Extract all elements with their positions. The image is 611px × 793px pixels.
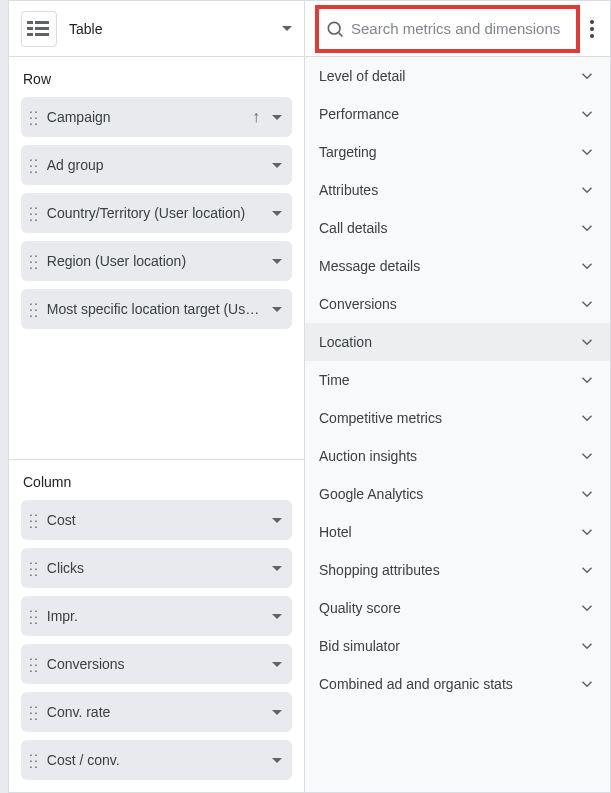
search-icon: [325, 19, 345, 39]
category-row[interactable]: Performance: [305, 95, 610, 133]
chart-type-label: Table: [69, 21, 282, 37]
chevron-down-icon: [578, 409, 596, 427]
caret-down-icon[interactable]: [272, 614, 282, 619]
caret-down-icon[interactable]: [272, 307, 282, 312]
row-chip[interactable]: ······Region (User location): [21, 241, 292, 281]
category-row[interactable]: Quality score: [305, 589, 610, 627]
chip-label: Cost / conv.: [47, 752, 264, 768]
chip-label: Country/Territory (User location): [47, 205, 264, 221]
drag-handle-icon[interactable]: ······: [29, 204, 39, 222]
category-row[interactable]: Competitive metrics: [305, 399, 610, 437]
caret-down-icon[interactable]: [272, 518, 282, 523]
caret-down-icon[interactable]: [272, 211, 282, 216]
category-row[interactable]: Bid simulator: [305, 627, 610, 665]
category-label: Shopping attributes: [319, 562, 440, 578]
search-input[interactable]: [351, 20, 570, 37]
drag-handle-icon[interactable]: ······: [29, 703, 39, 721]
category-label: Level of detail: [319, 68, 405, 84]
chip-label: Conv. rate: [47, 704, 264, 720]
chip-label: Region (User location): [47, 253, 264, 269]
chart-type-selector[interactable]: Table: [9, 1, 304, 57]
drag-handle-icon[interactable]: ······: [29, 607, 39, 625]
chevron-down-icon: [578, 219, 596, 237]
drag-handle-icon[interactable]: ······: [29, 751, 39, 769]
caret-down-icon[interactable]: [272, 115, 282, 120]
category-label: Location: [319, 334, 372, 350]
category-label: Auction insights: [319, 448, 417, 464]
chevron-down-icon: [578, 447, 596, 465]
column-chip[interactable]: ······Cost / conv.: [21, 740, 292, 780]
category-label: Performance: [319, 106, 399, 122]
drag-handle-icon[interactable]: ······: [29, 655, 39, 673]
category-row[interactable]: Combined ad and organic stats: [305, 665, 610, 703]
caret-down-icon: [282, 26, 292, 31]
caret-down-icon[interactable]: [272, 163, 282, 168]
column-chip[interactable]: ······Conversions: [21, 644, 292, 684]
category-row[interactable]: Google Analytics: [305, 475, 610, 513]
row-chip[interactable]: ······Country/Territory (User location): [21, 193, 292, 233]
category-label: Google Analytics: [319, 486, 423, 502]
caret-down-icon[interactable]: [272, 259, 282, 264]
column-chip[interactable]: ······Cost: [21, 500, 292, 540]
sort-ascending-icon[interactable]: ↑: [252, 108, 260, 126]
row-chip[interactable]: ······Most specific location target (Use…: [21, 289, 292, 329]
row-drop-area[interactable]: [9, 329, 304, 460]
category-row[interactable]: Level of detail: [305, 57, 610, 95]
chevron-down-icon: [578, 143, 596, 161]
drag-handle-icon[interactable]: ······: [29, 559, 39, 577]
category-label: Competitive metrics: [319, 410, 442, 426]
svg-line-1: [339, 32, 343, 36]
caret-down-icon[interactable]: [272, 710, 282, 715]
category-row[interactable]: Call details: [305, 209, 610, 247]
drag-handle-icon[interactable]: ······: [29, 252, 39, 270]
drag-handle-icon[interactable]: ······: [29, 511, 39, 529]
category-row[interactable]: Shopping attributes: [305, 551, 610, 589]
category-label: Bid simulator: [319, 638, 400, 654]
chevron-down-icon: [578, 523, 596, 541]
chevron-down-icon: [578, 485, 596, 503]
chevron-down-icon: [578, 637, 596, 655]
search-box-highlight: [315, 5, 580, 53]
caret-down-icon[interactable]: [272, 566, 282, 571]
left-gutter: [0, 0, 8, 793]
caret-down-icon[interactable]: [272, 662, 282, 667]
column-chip[interactable]: ······Clicks: [21, 548, 292, 588]
chevron-down-icon: [578, 257, 596, 275]
category-row[interactable]: Conversions: [305, 285, 610, 323]
category-row[interactable]: Location: [305, 323, 610, 361]
category-label: Call details: [319, 220, 387, 236]
chip-label: Cost: [47, 512, 264, 528]
chip-label: Conversions: [47, 656, 264, 672]
drag-handle-icon[interactable]: ······: [29, 300, 39, 318]
row-chip[interactable]: ······Ad group: [21, 145, 292, 185]
category-row[interactable]: Time: [305, 361, 610, 399]
chip-label: Ad group: [47, 157, 264, 173]
caret-down-icon[interactable]: [272, 758, 282, 763]
more-options-icon[interactable]: [580, 14, 604, 44]
category-label: Targeting: [319, 144, 377, 160]
column-section-title: Column: [9, 460, 304, 500]
chevron-down-icon: [578, 561, 596, 579]
category-row[interactable]: Targeting: [305, 133, 610, 171]
column-chip[interactable]: ······Impr.: [21, 596, 292, 636]
chevron-down-icon: [578, 599, 596, 617]
chevron-down-icon: [578, 371, 596, 389]
row-chip[interactable]: ······Campaign↑: [21, 97, 292, 137]
chevron-down-icon: [578, 295, 596, 313]
left-panel: Table Row ······Campaign↑······Ad group·…: [9, 1, 305, 792]
category-row[interactable]: Attributes: [305, 171, 610, 209]
row-section-title: Row: [9, 57, 304, 97]
category-label: Hotel: [319, 524, 352, 540]
chevron-down-icon: [578, 675, 596, 693]
drag-handle-icon[interactable]: ······: [29, 156, 39, 174]
right-panel: Level of detailPerformanceTargetingAttri…: [305, 1, 610, 792]
svg-point-0: [328, 22, 340, 34]
category-label: Message details: [319, 258, 420, 274]
chevron-down-icon: [578, 105, 596, 123]
category-row[interactable]: Message details: [305, 247, 610, 285]
drag-handle-icon[interactable]: ······: [29, 108, 39, 126]
column-chip[interactable]: ······Conv. rate: [21, 692, 292, 732]
category-row[interactable]: Auction insights: [305, 437, 610, 475]
category-row[interactable]: Hotel: [305, 513, 610, 551]
chip-label: Most specific location target (User l...: [47, 301, 264, 317]
